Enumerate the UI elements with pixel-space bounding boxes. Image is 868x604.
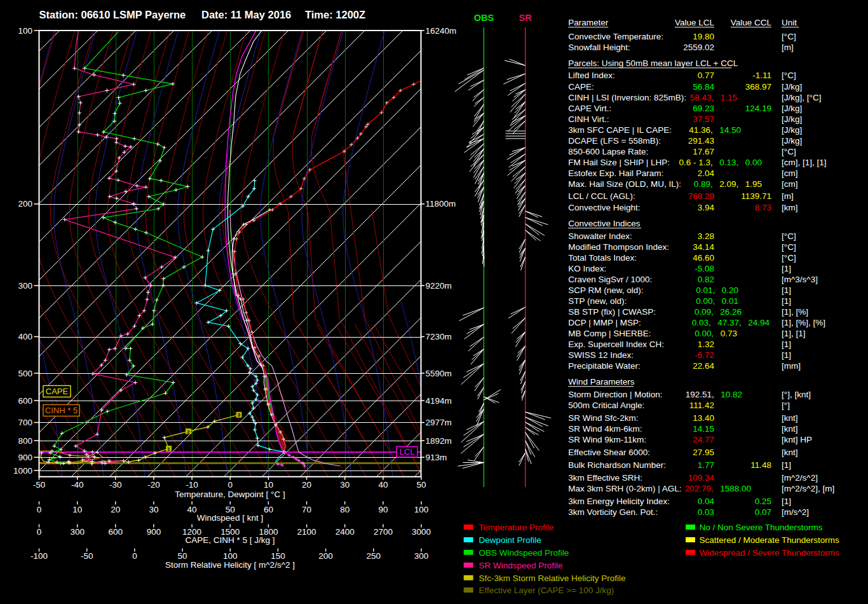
svg-text:4194m: 4194m (426, 396, 452, 406)
svg-text:SCP RM (new, old):: SCP RM (new, old): (568, 285, 643, 295)
svg-text:46.60: 46.60 (693, 253, 714, 263)
svg-text:41.36, 14.50: 41.36, 14.50 (689, 125, 741, 135)
svg-text:0.25: 0.25 (755, 497, 771, 506)
svg-text:CINH | LSI (Inversion: 825mB):: CINH | LSI (Inversion: 825mB): (568, 93, 686, 102)
svg-text:10: 10 (72, 505, 82, 514)
svg-text:Lifted Index:: Lifted Index: (568, 71, 615, 80)
svg-text:KO Index:: KO Index: (568, 264, 606, 273)
svg-text:0: 0 (227, 480, 233, 490)
svg-text:0.01, 0.20: 0.01, 0.20 (696, 285, 738, 295)
svg-text:Date: 11 May 2016: Date: 11 May 2016 (201, 9, 291, 20)
svg-text:1000: 1000 (13, 466, 32, 476)
svg-text:850-600 Lapse Rate:: 850-600 Lapse Rate: (568, 147, 648, 156)
svg-text:STP (new, old):: STP (new, old): (568, 296, 627, 306)
svg-text:14.15: 14.15 (693, 424, 714, 434)
svg-text:Windspeed [ knt ]: Windspeed [ knt ] (197, 513, 263, 523)
svg-text:[1]: [1] (782, 340, 791, 349)
svg-text:SR Wind 9km-11km:: SR Wind 9km-11km: (568, 435, 646, 444)
svg-text:Max. Hail Size (OLD, MU, IL):: Max. Hail Size (OLD, MU, IL): (568, 179, 681, 189)
svg-text:300: 300 (70, 527, 85, 537)
svg-text:109.34: 109.34 (688, 473, 715, 483)
svg-text:Wind Parameters: Wind Parameters (568, 377, 635, 387)
svg-text:[1]: [1] (782, 264, 791, 273)
svg-text:2700: 2700 (374, 527, 393, 537)
svg-text:250: 250 (367, 551, 381, 561)
svg-text:2977m: 2977m (426, 418, 452, 427)
svg-text:19.80: 19.80 (693, 32, 714, 41)
svg-text:1139.71: 1139.71 (741, 191, 771, 201)
svg-text:[°C]: [°C] (782, 71, 796, 80)
svg-text:Parameter: Parameter (568, 18, 609, 27)
svg-text:150: 150 (271, 551, 285, 561)
svg-text:Bulk Richardson Number:: Bulk Richardson Number: (568, 460, 666, 470)
svg-text:3km Energy Helicity Index:: 3km Energy Helicity Index: (568, 497, 670, 506)
svg-text:30: 30 (340, 480, 349, 490)
svg-text:0.89, 2.09, 1.95: 0.89, 2.09, 1.95 (694, 179, 762, 189)
svg-text:-40: -40 (71, 480, 84, 490)
svg-text:0: 0 (37, 505, 42, 514)
svg-text:11800m: 11800m (426, 199, 456, 209)
svg-text:27.95: 27.95 (693, 448, 714, 457)
svg-text:900: 900 (147, 527, 161, 537)
svg-text:MB Comp | SHERBE:: MB Comp | SHERBE: (568, 329, 651, 338)
svg-text:800: 800 (18, 436, 32, 446)
svg-text:[°], [knt]: [°], [knt] (782, 390, 811, 399)
svg-text:0.07: 0.07 (755, 507, 771, 517)
svg-text:[knt]: [knt] (782, 424, 798, 434)
svg-text:SR: SR (519, 13, 532, 23)
svg-text:Effective Layer (CAPE >= 100 J: Effective Layer (CAPE >= 100 J/kg) (479, 586, 614, 595)
svg-text:Storm Relative Helicity [ m^2: Storm Relative Helicity [ m^2/s^2 ] (165, 560, 295, 570)
svg-text:CAPE, CINH * 5 [ J/kg ]: CAPE, CINH * 5 [ J/kg ] (185, 535, 275, 545)
svg-text:Storm Direction | Motion:: Storm Direction | Motion: (568, 390, 662, 399)
svg-text:Effective Shear 6000:: Effective Shear 6000: (568, 448, 650, 457)
svg-text:5590m: 5590m (426, 369, 452, 378)
svg-text:Station: 06610 LSMP Payerne: Station: 06610 LSMP Payerne (39, 9, 186, 20)
svg-text:1892m: 1892m (426, 436, 452, 446)
svg-text:768.29: 768.29 (688, 191, 714, 201)
svg-text:8.73: 8.73 (755, 203, 771, 212)
svg-text:SB STP (fix) | CWASP:: SB STP (fix) | CWASP: (568, 307, 656, 317)
svg-text:[km]: [km] (782, 203, 798, 212)
svg-text:No / Non Severe Thunderstorms: No / Non Severe Thunderstorms (700, 523, 823, 532)
svg-text:1: 1 (167, 446, 170, 452)
svg-text:0.82: 0.82 (698, 275, 714, 284)
svg-text:100: 100 (414, 505, 429, 514)
svg-text:24.77: 24.77 (693, 435, 714, 444)
svg-text:Parcels: Using 50mB mean layer: Parcels: Using 50mB mean layer LCL + CCL (568, 58, 738, 68)
svg-text:7230m: 7230m (426, 332, 452, 341)
svg-text:Precipitable Water:: Precipitable Water: (568, 361, 641, 371)
svg-text:1.77: 1.77 (698, 460, 714, 470)
svg-text:[J/kg]: [J/kg] (782, 125, 802, 135)
svg-text:0.77: 0.77 (698, 71, 714, 80)
svg-text:[°]: [°] (782, 401, 790, 410)
svg-text:Convective Temperature:: Convective Temperature: (568, 32, 663, 41)
svg-text:CINH * 5: CINH * 5 (45, 406, 78, 415)
svg-text:[m]: [m] (782, 191, 794, 201)
svg-text:OBS: OBS (474, 13, 494, 23)
svg-text:368.97: 368.97 (745, 82, 771, 92)
svg-text:200: 200 (318, 551, 333, 561)
svg-text:Temperature Profile: Temperature Profile (479, 523, 554, 532)
svg-text:Snowfall Height:: Snowfall Height: (568, 43, 630, 52)
svg-text:DCAPE (LFS = 558mB):: DCAPE (LFS = 558mB): (568, 136, 661, 146)
svg-text:-6.72: -6.72 (695, 350, 714, 360)
svg-text:Sfc-3km Storm Relative Helicit: Sfc-3km Storm Relative Helicity Profile (479, 573, 626, 583)
svg-text:Max 3km SRH (0-2km) | AGL:: Max 3km SRH (0-2km) | AGL: (568, 484, 681, 493)
svg-text:[1], [%]: [1], [%] (782, 307, 808, 317)
svg-text:2.04: 2.04 (698, 168, 715, 178)
svg-text:100: 100 (18, 26, 32, 36)
svg-text:9220m: 9220m (426, 281, 452, 291)
svg-text:2400: 2400 (336, 527, 355, 537)
svg-text:900: 900 (18, 453, 32, 462)
svg-text:[°C]: [°C] (782, 242, 796, 252)
svg-text:Modified Thompson Index:: Modified Thompson Index: (568, 242, 669, 252)
svg-text:[cm], [1], [1]: [cm], [1], [1] (782, 158, 827, 167)
svg-text:[°C]: [°C] (782, 147, 796, 156)
svg-text:90: 90 (378, 505, 388, 514)
svg-text:[1]: [1] (782, 350, 791, 360)
svg-text:400: 400 (18, 332, 32, 341)
svg-text:13.40: 13.40 (693, 413, 714, 423)
svg-text:60: 60 (264, 505, 273, 514)
svg-text:CINH Virt.:: CINH Virt.: (568, 114, 609, 124)
svg-text:[J/kg]: [J/kg] (782, 136, 802, 146)
